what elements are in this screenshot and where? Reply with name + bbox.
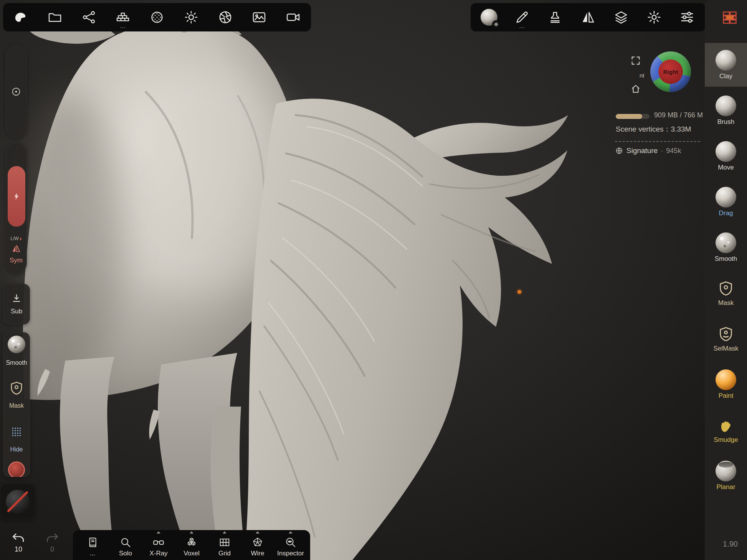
history-button[interactable]: ... [79, 530, 106, 560]
symmetry-red-icon [11, 244, 21, 254]
nav-partial-label: nt [640, 72, 645, 79]
bottom-item-label: Solo [119, 550, 132, 557]
interface-sliders-icon [679, 10, 695, 25]
topology-overflow-dots: ... [114, 24, 131, 28]
history-overflow-dots: ... [90, 550, 95, 557]
stamp-button[interactable] [547, 9, 564, 26]
sym-button[interactable]: Sym [6, 257, 26, 264]
signature-row[interactable]: Signature · 945k [615, 147, 681, 155]
tool-smooth[interactable]: Smooth [705, 226, 747, 269]
tool-selmask[interactable]: SelMask [705, 317, 747, 361]
tool-drag[interactable]: Drag [705, 180, 747, 224]
radius-slider[interactable] [5, 45, 27, 138]
matcap-gear-badge [492, 20, 500, 28]
quick-mask-label: Mask [3, 402, 30, 409]
settings-button[interactable] [646, 9, 663, 26]
tool-brush[interactable]: Brush [705, 89, 747, 132]
camera-button[interactable] [285, 9, 302, 26]
multires-bricks-icon [721, 9, 738, 26]
solo-button[interactable]: Solo [112, 530, 139, 560]
mask-shield-icon [8, 380, 25, 396]
material-button[interactable] [149, 9, 165, 26]
bottom-item-label: Wire [251, 550, 264, 557]
voxel-cubes-icon [185, 536, 198, 548]
bottom-item-label: Voxel [183, 550, 200, 557]
quick-hide-label: Hide [3, 446, 30, 453]
background-image-icon [251, 10, 267, 25]
bottom-item-label: Grid [218, 550, 231, 557]
wire-button[interactable]: Wire [244, 530, 271, 560]
tool-clay[interactable]: Clay [705, 43, 747, 87]
red-tool-icon [8, 461, 25, 477]
tool-move[interactable]: Move [705, 134, 747, 178]
background-button[interactable] [251, 9, 268, 26]
voxel-button[interactable]: Voxel [178, 530, 205, 560]
expand-caret [289, 531, 293, 534]
orientation-face-label: Right [663, 69, 678, 75]
tool-label: Mask [718, 299, 734, 307]
interface-button[interactable] [679, 9, 696, 26]
orientation-face[interactable]: Right [658, 59, 683, 84]
tool-smudge[interactable]: Smudge [705, 408, 747, 452]
nomad-logo-button[interactable] [12, 9, 29, 26]
lighting-button[interactable] [183, 9, 200, 26]
inspector-button[interactable]: Inspector [277, 530, 304, 560]
history-book-icon [86, 536, 99, 548]
memory-text: 909 MB / 766 M [654, 111, 703, 119]
multires-button[interactable] [718, 5, 742, 29]
matcap-button[interactable] [481, 9, 497, 26]
settings-gear-icon [646, 10, 662, 25]
memory-bar-fill [616, 114, 642, 119]
undo-count: 10 [15, 545, 22, 553]
sub-button[interactable]: Sub [3, 284, 30, 324]
stroke-button[interactable]: ... [514, 9, 531, 26]
intensity-slider[interactable] [8, 166, 25, 227]
bottom-item-label: X-Ray [149, 550, 167, 557]
quick-hide-button[interactable] [3, 425, 30, 439]
post-process-button[interactable] [217, 9, 234, 26]
quick-smooth-label: Smooth [3, 359, 30, 366]
quick-mask-button[interactable] [3, 380, 30, 396]
tool-strip: Clay Brush Move Drag Smooth Mask [705, 0, 747, 560]
memory-bar [616, 114, 649, 119]
fullscreen-button[interactable] [630, 55, 641, 66]
symmetry-lw-label[interactable]: L/W [6, 236, 26, 241]
tool-paint[interactable]: Paint [705, 362, 747, 406]
xray-button[interactable]: X-Ray [145, 530, 172, 560]
no-material-slot[interactable] [0, 483, 35, 520]
grid-icon [218, 536, 231, 548]
left-quick-tools: Smooth Mask Hide [3, 332, 30, 477]
home-view-button[interactable] [630, 84, 641, 94]
tool-mask[interactable]: Mask [705, 271, 747, 315]
expand-caret [223, 531, 226, 534]
fullscreen-icon [630, 55, 641, 66]
topology-button[interactable]: ... [114, 9, 131, 26]
quick-extra-button[interactable] [3, 461, 30, 477]
quick-smooth-button[interactable] [3, 336, 30, 353]
tool-label: Brush [717, 118, 734, 126]
smooth-sphere-icon [716, 232, 736, 253]
material-sphere-icon [149, 10, 165, 25]
move-sphere-icon [716, 141, 736, 162]
orientation-gizmo[interactable]: Right [650, 51, 691, 92]
symmetry-button[interactable] [580, 9, 597, 26]
files-button[interactable] [46, 9, 63, 26]
tool-next-partial[interactable] [705, 499, 747, 543]
undo-icon [12, 531, 25, 545]
app-window: ... [0, 0, 747, 560]
tool-label: Move [718, 164, 734, 171]
lighting-sun-icon [183, 10, 199, 25]
intensity-panel: L/W Sym [5, 143, 27, 274]
signature-count: 945k [666, 147, 681, 155]
scene-graph-button[interactable] [81, 9, 98, 26]
undo-button[interactable]: 10 [6, 531, 31, 553]
drag-sphere-icon [716, 187, 736, 208]
layers-icon [613, 10, 629, 25]
grid-button[interactable]: Grid [211, 530, 238, 560]
layers-button[interactable] [613, 9, 630, 26]
stamp-icon [547, 10, 563, 25]
tool-planar[interactable]: Planar [705, 454, 747, 497]
redo-button[interactable]: 0 [40, 531, 64, 553]
wireframe-icon [251, 536, 264, 548]
lightning-icon [12, 191, 21, 201]
